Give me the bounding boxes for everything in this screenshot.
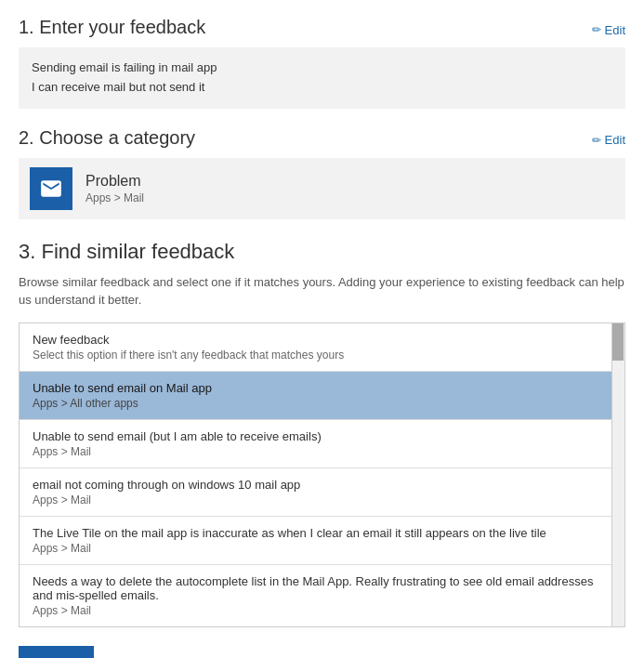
feedback-line1: Sending email is failing in mail app: [32, 59, 612, 78]
section3-title: 3. Find similar feedback: [19, 240, 625, 264]
section2-title: 2. Choose a category: [19, 127, 195, 149]
feedback-list-container: New feedbackSelect this option if there …: [19, 322, 625, 627]
list-item[interactable]: The Live Tile on the mail app is inaccur…: [20, 517, 611, 565]
list-item-sub: Apps > Mail: [33, 604, 598, 617]
list-item-sub: Apps > Mail: [33, 494, 598, 507]
list-item-title: Unable to send email on Mail app: [33, 381, 598, 395]
list-item-title: The Live Tile on the mail app is inaccur…: [33, 526, 598, 540]
list-item-title: email not coming through on windows 10 m…: [33, 478, 598, 492]
section2-edit-button[interactable]: ✏ Edit: [592, 133, 625, 147]
feedback-list: New feedbackSelect this option if there …: [19, 322, 612, 627]
list-item-title: New feedback: [33, 333, 598, 347]
scrollbar[interactable]: [612, 322, 625, 627]
section1-edit-label: Edit: [605, 23, 625, 37]
category-box: Problem Apps > Mail: [19, 158, 625, 219]
section2-header: 2. Choose a category ✏ Edit: [19, 127, 625, 149]
section2-edit-label: Edit: [605, 133, 625, 147]
list-item[interactable]: New feedbackSelect this option if there …: [20, 323, 611, 372]
list-item[interactable]: email not coming through on windows 10 m…: [20, 468, 611, 517]
section1-header: 1. Enter your feedback ✏ Edit: [19, 17, 625, 38]
section3-header: 3. Find similar feedback: [19, 240, 625, 264]
list-item-sub: Select this option if there isn't any fe…: [33, 349, 598, 362]
section3-description: Browse similar feedback and select one i…: [19, 273, 625, 309]
feedback-text-box: Sending email is failing in mail app I c…: [19, 47, 625, 109]
next-button[interactable]: Next: [19, 646, 94, 658]
list-item-title: Needs a way to delete the autocomplete l…: [33, 574, 598, 602]
category-mail-icon: [30, 167, 72, 210]
list-item[interactable]: Unable to send email on Mail appApps > A…: [20, 372, 611, 420]
list-item-sub: Apps > All other apps: [33, 397, 598, 410]
category-path: Apps > Mail: [85, 191, 144, 204]
list-item[interactable]: Needs a way to delete the autocomplete l…: [20, 565, 611, 626]
section1-title: 1. Enter your feedback: [19, 17, 205, 38]
feedback-line2: I can receive mail but not send it: [32, 78, 612, 98]
list-item-sub: Apps > Mail: [33, 542, 598, 555]
list-item-sub: Apps > Mail: [33, 445, 598, 458]
category-type: Problem: [85, 173, 144, 190]
edit-icon-1: ✏: [592, 23, 601, 36]
section1-edit-button[interactable]: ✏ Edit: [592, 23, 625, 37]
list-item-title: Unable to send email (but I am able to r…: [33, 429, 598, 443]
list-item[interactable]: Unable to send email (but I am able to r…: [20, 420, 611, 468]
edit-icon-2: ✏: [592, 134, 601, 147]
scrollbar-thumb[interactable]: [612, 323, 624, 361]
category-text: Problem Apps > Mail: [85, 173, 144, 204]
